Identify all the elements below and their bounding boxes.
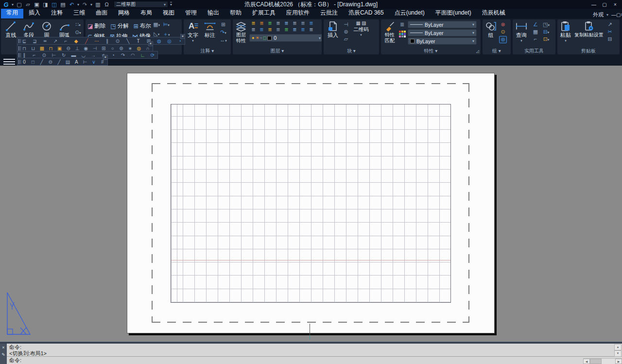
osnap-icon[interactable]: ⊙: [115, 38, 121, 44]
appearance-menu[interactable]: 外观: [593, 11, 604, 18]
parallel-icon[interactable]: ∥: [104, 38, 110, 44]
linetype-dropdown[interactable]: ByLayer ▾: [408, 29, 477, 36]
scrollbar-thumb[interactable]: [590, 359, 602, 364]
spring-icon[interactable]: ∗: [127, 46, 133, 51]
gear-part-icon[interactable]: ⊞: [101, 46, 106, 51]
dim-arrow-icon[interactable]: →: [90, 52, 96, 58]
layer-thaw-icon[interactable]: ≣: [258, 20, 266, 27]
floating-toolbar-1[interactable]: ⊑⊒≖↗⌐◆╱⋯∥⊙╲T⊞◍◎◔ ✕: [17, 37, 185, 45]
leader-icon[interactable]: ↷▾: [220, 29, 227, 35]
restore-button[interactable]: ▢: [600, 2, 609, 7]
copy-clip-icon[interactable]: ↗: [606, 21, 614, 28]
multiple-points-icon-dropdown[interactable]: ▾: [79, 23, 81, 27]
leader-icon-dropdown[interactable]: ▾: [225, 31, 226, 35]
color-cell[interactable]: [404, 35, 406, 37]
text-a-icon[interactable]: A: [73, 59, 79, 65]
color-cell[interactable]: [401, 31, 403, 33]
open-file-icon[interactable]: ▱: [24, 1, 32, 8]
layer-merge-icon[interactable]: ≣: [299, 20, 307, 27]
appearance-dropdown-icon[interactable]: ▾: [606, 13, 608, 17]
tab-applications[interactable]: 应用软件: [281, 7, 315, 18]
tab-mesh[interactable]: 网格: [113, 7, 135, 18]
bolt-icon[interactable]: ⊓: [48, 46, 53, 51]
drawing-canvas[interactable]: [0, 66, 622, 342]
backline-icon[interactable]: ╲: [125, 38, 131, 44]
workspace-dropdown[interactable]: 二维草图 ▾: [114, 1, 168, 8]
tab-layout[interactable]: 布局: [135, 7, 157, 18]
tolerance-icon[interactable]: ∟: [140, 52, 146, 58]
dialog-launcher-icon[interactable]: ◿: [476, 48, 479, 54]
paste-button[interactable]: 粘贴 ▾: [559, 20, 572, 44]
group-button[interactable]: 组: [484, 20, 497, 38]
paste-dropdown-icon[interactable]: ▾: [565, 38, 567, 44]
rect-tool-icon[interactable]: □: [30, 59, 36, 65]
viewport-freeze-icon[interactable]: ▫: [260, 35, 262, 40]
color-cell[interactable]: [404, 31, 406, 33]
array-icon-dropdown[interactable]: ▾: [158, 23, 160, 27]
dim-angular-icon[interactable]: ↻: [61, 52, 67, 58]
donut-icon-dropdown[interactable]: ▾: [79, 31, 81, 35]
unlock-icon[interactable]: ◻: [263, 35, 266, 40]
match-icon[interactable]: ≖: [42, 38, 48, 44]
donut-icon[interactable]: ⊙▾: [74, 29, 82, 35]
measure-button[interactable]: 查询 ▾: [515, 20, 528, 44]
paste-special-icon[interactable]: ⊟: [606, 36, 614, 42]
group-edit-icon[interactable]: ⊙: [499, 29, 507, 35]
area-measure-icon[interactable]: ⊟▾: [541, 29, 552, 36]
washer-icon[interactable]: ⊖: [66, 46, 71, 51]
multiple-points-icon[interactable]: ∷▾: [74, 21, 82, 28]
layer-isolate-icon[interactable]: ≣: [274, 20, 282, 27]
toolbar-drag-handle[interactable]: [18, 39, 19, 43]
layer-freeze-icon[interactable]: ≣: [282, 20, 291, 27]
floating-toolbar-4[interactable]: 0□╱⊖╱▤A⊢∨# ✕: [17, 58, 108, 66]
table-icon[interactable]: ⊞: [220, 21, 227, 28]
dim-arc-icon[interactable]: ◡: [81, 52, 86, 58]
pin-icon[interactable]: ⊥: [74, 46, 80, 51]
menu-browser-icon[interactable]: [3, 59, 15, 66]
toolbar-close-icon[interactable]: ✕: [103, 55, 108, 60]
panel-label-properties[interactable]: 特性 ▾◿: [381, 48, 481, 54]
bearing-icon[interactable]: ◉: [83, 46, 89, 51]
copy-paste-settings-button[interactable]: 复制粘贴设置: [574, 20, 604, 38]
nut-icon[interactable]: ▣: [57, 46, 63, 51]
circle-button[interactable]: 圆: [39, 20, 55, 38]
command-vertical-scrollbar[interactable]: ▲ ▼: [614, 344, 622, 357]
batch-save-icon[interactable]: ◫: [50, 1, 58, 8]
measure-dropdown-icon[interactable]: ▾: [520, 38, 522, 44]
tab-3d[interactable]: 三维: [68, 7, 90, 18]
line-tool-icon[interactable]: ╱: [39, 59, 45, 65]
app-logo-dropdown-icon[interactable]: ▾: [11, 2, 15, 7]
layer-walk-icon[interactable]: ≣: [307, 20, 315, 27]
erase-button[interactable]: ◪删除: [87, 22, 105, 30]
point-id-icon[interactable]: ⌐: [530, 36, 541, 43]
dim-style-icon[interactable]: ↔▾: [220, 37, 227, 43]
points-icon[interactable]: ⋯: [94, 38, 100, 44]
layer-match-icon[interactable]: ≣: [274, 27, 282, 33]
tab-express-tools[interactable]: 扩展工具: [247, 7, 281, 18]
lineweight-list-icon[interactable]: ≣: [398, 21, 406, 28]
text-button[interactable]: A 文字 ▾: [186, 20, 200, 44]
group-select-icon[interactable]: ⊚: [499, 36, 507, 43]
redo-icon[interactable]: ↷: [81, 1, 89, 8]
layer-prev-icon[interactable]: ≣: [282, 27, 291, 33]
dimension-button[interactable]: 标注: [202, 20, 218, 38]
tab-manage[interactable]: 管理: [180, 7, 202, 18]
render2-icon[interactable]: ◎: [167, 38, 173, 44]
draworder-icon[interactable]: ⊑: [21, 38, 27, 44]
text-tool-icon[interactable]: T: [136, 38, 141, 44]
dim-style-icon-dropdown[interactable]: ▾: [225, 39, 227, 42]
fillet-icon-dropdown[interactable]: ▾: [158, 33, 160, 36]
color-cell[interactable]: [399, 35, 401, 37]
panel-label-layers[interactable]: 图层 ▾: [233, 48, 322, 54]
dim-update-icon[interactable]: ⟳: [150, 52, 156, 58]
print-icon[interactable]: ▤: [59, 1, 67, 8]
tab-cloud-markup[interactable]: 云批注: [315, 7, 343, 18]
dim-radius-icon[interactable]: ◔: [110, 52, 116, 58]
tab-output[interactable]: 输出: [202, 7, 225, 18]
tab-gstarcad-mech[interactable]: 浩辰机械: [477, 7, 511, 18]
symmetry-icon[interactable]: #: [100, 59, 105, 65]
hatch-h-icon[interactable]: ⊢: [82, 59, 88, 65]
boolean-button[interactable]: ⊞布尔: [134, 22, 151, 30]
shaft-icon[interactable]: ⊓: [21, 46, 27, 51]
dim-leader-icon[interactable]: ↷: [120, 52, 126, 58]
